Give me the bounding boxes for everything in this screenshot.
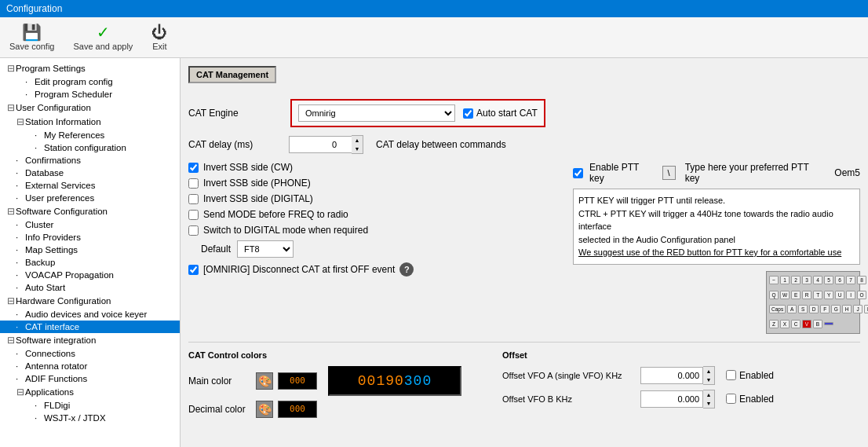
vfo-b-down[interactable]: ▼ [703,399,714,408]
title-bar: Configuration [0,0,868,17]
expander-software-configuration[interactable]: ⊟ [6,206,16,217]
vfo-a-row: Offset VFO A (single VFO) KHz ▲ ▼ Enable… [502,366,860,385]
sidebar-item-fldigi[interactable]: · FLDigi [0,399,180,412]
cat-engine-select[interactable]: Omnirig HamLib None [298,104,455,122]
invert-ssb-phone-row: Invert SSB side (PHONE) [188,178,565,189]
sidebar-item-confirmations[interactable]: · Confirmations [0,154,180,167]
sidebar-item-wsjt[interactable]: · WSJT-x / JTDX [0,412,180,424]
sidebar-item-cat-interface[interactable]: · CAT interface [0,321,180,333]
ptt-key-code: Oem5 [834,167,860,178]
sidebar-item-user-configuration[interactable]: ⊟User Configuration [0,101,180,115]
kb-3: 3 [802,276,811,284]
vfo-a-up[interactable]: ▲ [703,367,714,376]
sidebar-label-external-services: External Services [25,181,95,190]
sidebar-item-antenna-rotator[interactable]: · Antenna rotator [0,360,180,372]
sidebar-item-program-settings[interactable]: ⊟Program Settings [0,61,180,75]
sidebar-label-applications: Applications [25,387,74,397]
vfo-b-enabled-check[interactable]: Enabled [726,394,774,405]
decimal-color-picker-btn[interactable]: 🎨 [256,401,273,418]
save-apply-button[interactable]: ✓ Save and apply [70,23,136,53]
sidebar-item-external-services[interactable]: · External Services [0,179,180,192]
sidebar-label-auto-start: Auto Start [25,283,65,292]
sidebar-label-audio-devices: Audio devices and voice keyer [25,310,147,319]
sidebar-item-cluster[interactable]: · Cluster [0,218,180,231]
sidebar-item-audio-devices[interactable]: · Audio devices and voice keyer [0,308,180,321]
sidebar-item-hardware-configuration[interactable]: ⊟Hardware Configuration [0,294,180,308]
sidebar-item-connections[interactable]: · Connections [0,347,180,360]
sidebar-item-adif-functions[interactable]: · ADIF Functions [0,372,180,385]
save-config-button[interactable]: 💾 Save config [6,23,57,53]
sidebar-item-backup[interactable]: · Backup [0,256,180,269]
vfo-a-down[interactable]: ▼ [703,376,714,384]
vfo-b-enabled-label: Enabled [739,394,774,405]
vfo-b-up[interactable]: ▲ [703,390,714,399]
sidebar-label-database: Database [25,168,64,178]
sidebar-label-program-settings: Program Settings [16,64,86,73]
sidebar-item-applications[interactable]: ⊟Applications [0,385,180,399]
sidebar-item-info-providers[interactable]: · Info Providers [0,231,180,244]
help-icon[interactable]: ? [399,262,414,277]
expander-applications[interactable]: ⊟ [16,387,25,398]
expander-hardware-configuration[interactable]: ⊟ [6,295,16,306]
kb-g: G [831,305,841,313]
enable-ptt-label: Enable PTT key [589,162,656,184]
invert-ssb-phone-checkbox[interactable] [188,178,199,189]
sidebar-item-edit-program-config[interactable]: · Edit program config [0,75,180,88]
sidebar-item-station-configuration[interactable]: · Station configuration [0,141,180,154]
sidebar-label-cat-interface: CAT interface [25,322,79,332]
kb-s: S [798,305,808,313]
sidebar-item-software-integration[interactable]: ⊟Software integration [0,333,180,347]
offset-title: Offset [502,350,860,360]
kb-c: C [791,320,801,328]
cat-delay-input[interactable] [289,136,352,153]
title-bar-text: Configuration [6,3,62,14]
auto-start-cat-checkbox[interactable] [463,108,473,119]
sidebar-label-my-references: My References [44,130,104,140]
sidebar-item-voacap-propagation[interactable]: · VOACAP Propagation [0,269,180,281]
sidebar-item-program-scheduler[interactable]: · Program Scheduler [0,88,180,101]
vfo-b-enabled-checkbox[interactable] [726,394,736,404]
kb-f: F [820,305,830,313]
sidebar-item-my-references[interactable]: · My References [0,129,180,141]
cat-delay-up[interactable]: ▲ [352,136,363,145]
content-area: CAT Management CAT Engine Omnirig HamLib… [181,58,868,447]
sidebar-label-fldigi: FLDigi [44,401,70,410]
exit-button[interactable]: ⏻ Exit [148,23,170,53]
sidebar-item-map-settings[interactable]: · Map Settings [0,244,180,256]
cat-delay-down[interactable]: ▼ [352,145,363,153]
save-icon: 💾 [22,24,42,40]
default-mode-select[interactable]: FT8 SSB CW DIGITAL [237,240,294,258]
send-mode-label: Send MODE before FREQ to radio [203,209,348,220]
expander-station-information[interactable]: ⊟ [16,116,25,127]
sidebar-item-user-preferences[interactable]: · User preferences [0,192,180,204]
ptt-info-line2: CTRL + PTT KEY will trigger a 440Hz tone… [578,207,855,233]
invert-ssb-digital-row: Invert SSB side (DIGITAL) [188,193,565,204]
vfo-a-input[interactable] [640,367,703,384]
sidebar-label-station-configuration: Station configuration [44,143,126,152]
sidebar-label-user-preferences: User preferences [25,193,94,203]
sidebar-item-software-configuration[interactable]: ⊟Software Configuration [0,204,180,218]
vfo-a-enabled-check[interactable]: Enabled [726,370,774,381]
kb-n [824,322,833,325]
invert-ssb-digital-checkbox[interactable] [188,194,199,204]
send-mode-checkbox[interactable] [188,210,199,220]
sidebar-item-database[interactable]: · Database [0,167,180,179]
sidebar-item-auto-start[interactable]: · Auto Start [0,281,180,294]
switch-digital-checkbox[interactable] [188,225,199,236]
invert-ssb-cw-checkbox[interactable] [188,163,199,173]
kb-caps: Caps [769,305,786,313]
main-color-picker-btn[interactable]: 🎨 [256,372,273,390]
kb-e: E [791,291,801,299]
expander-program-settings[interactable]: ⊟ [6,63,16,74]
omnirig-disconnect-checkbox[interactable] [188,265,199,275]
sidebar-item-station-information[interactable]: ⊟Station Information [0,115,180,129]
expander-software-integration[interactable]: ⊟ [6,335,16,346]
kb-t: T [813,291,822,299]
section-header: CAT Management [188,66,276,83]
auto-start-cat-check-wrap[interactable]: Auto start CAT [463,108,538,119]
enable-ptt-checkbox[interactable] [573,168,583,178]
kb-1: 1 [780,276,790,284]
vfo-a-enabled-checkbox[interactable] [726,370,736,380]
vfo-b-input[interactable] [640,390,703,408]
expander-user-configuration[interactable]: ⊟ [6,102,16,113]
